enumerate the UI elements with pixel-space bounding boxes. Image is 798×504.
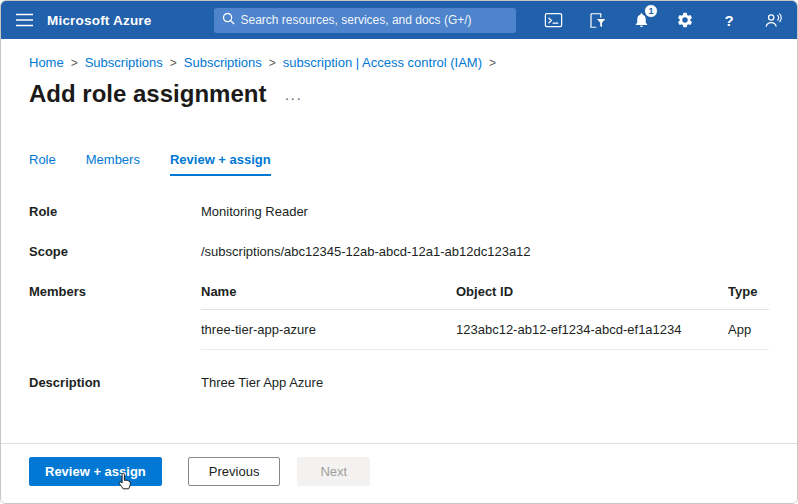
notifications-bell-icon[interactable]: 1 bbox=[631, 10, 651, 30]
column-header-name: Name bbox=[201, 284, 456, 309]
footer-action-bar: Review + assign Previous Next bbox=[1, 443, 797, 503]
breadcrumb-separator: > bbox=[489, 56, 496, 70]
review-summary: Role Monitoring Reader Scope /subscripti… bbox=[1, 176, 797, 390]
breadcrumb-home[interactable]: Home bbox=[29, 55, 64, 70]
review-assign-button[interactable]: Review + assign bbox=[29, 457, 162, 486]
hamburger-menu-icon[interactable] bbox=[1, 1, 47, 39]
search-input[interactable] bbox=[241, 13, 508, 27]
tab-strip: Role Members Review + assign bbox=[1, 108, 797, 176]
role-row: Role Monitoring Reader bbox=[29, 204, 769, 219]
breadcrumb-separator: > bbox=[269, 56, 276, 70]
scope-value: /subscriptions/abc12345-12ab-abcd-12a1-a… bbox=[201, 244, 531, 259]
settings-gear-icon[interactable] bbox=[675, 10, 695, 30]
description-row: Description Three Tier App Azure bbox=[29, 375, 769, 390]
breadcrumb-separator: > bbox=[71, 56, 78, 70]
scope-row: Scope /subscriptions/abc12345-12ab-abcd-… bbox=[29, 244, 769, 259]
description-label: Description bbox=[29, 375, 201, 390]
tab-role[interactable]: Role bbox=[29, 152, 56, 176]
directory-filter-icon[interactable] bbox=[587, 10, 607, 30]
global-search[interactable] bbox=[214, 8, 516, 33]
member-name: three-tier-app-azure bbox=[201, 310, 456, 349]
column-header-type: Type bbox=[728, 284, 769, 309]
member-type: App bbox=[728, 310, 769, 349]
previous-button[interactable]: Previous bbox=[188, 457, 281, 486]
notification-badge: 1 bbox=[644, 4, 658, 18]
description-value: Three Tier App Azure bbox=[201, 375, 323, 390]
breadcrumb-subscriptions-1[interactable]: Subscriptions bbox=[85, 55, 163, 70]
members-table-header: Name Object ID Type bbox=[201, 284, 769, 310]
azure-portal-window: Microsoft Azure 1 ? bbox=[0, 0, 798, 504]
search-icon bbox=[222, 11, 235, 29]
page-title: Add role assignment bbox=[29, 80, 266, 108]
tab-members[interactable]: Members bbox=[86, 152, 140, 176]
topbar-icon-group: 1 ? bbox=[543, 10, 783, 30]
more-options-icon[interactable]: ··· bbox=[284, 83, 302, 106]
table-row: three-tier-app-azure 123abc12-ab12-ef123… bbox=[201, 310, 769, 350]
role-label: Role bbox=[29, 204, 201, 219]
members-row: Members Name Object ID Type three-tier-a… bbox=[29, 284, 769, 350]
breadcrumb-subscriptions-2[interactable]: Subscriptions bbox=[184, 55, 262, 70]
role-value: Monitoring Reader bbox=[201, 204, 308, 219]
scope-label: Scope bbox=[29, 244, 201, 259]
members-label: Members bbox=[29, 284, 201, 350]
breadcrumb-subscription-iam[interactable]: subscription | Access control (IAM) bbox=[283, 55, 482, 70]
members-table: Name Object ID Type three-tier-app-azure… bbox=[201, 284, 769, 350]
cloud-shell-icon[interactable] bbox=[543, 10, 563, 30]
next-button[interactable]: Next bbox=[297, 457, 370, 486]
column-header-object-id: Object ID bbox=[456, 284, 728, 309]
breadcrumb: Home > Subscriptions > Subscriptions > s… bbox=[1, 39, 797, 70]
member-object-id: 123abc12-ab12-ef1234-abcd-ef1a1234 bbox=[456, 310, 728, 349]
breadcrumb-separator: > bbox=[170, 56, 177, 70]
brand-title[interactable]: Microsoft Azure bbox=[47, 13, 152, 28]
help-icon[interactable]: ? bbox=[719, 10, 739, 30]
tab-review-assign[interactable]: Review + assign bbox=[170, 152, 271, 176]
top-navigation-bar: Microsoft Azure 1 ? bbox=[1, 1, 797, 39]
feedback-icon[interactable] bbox=[763, 10, 783, 30]
